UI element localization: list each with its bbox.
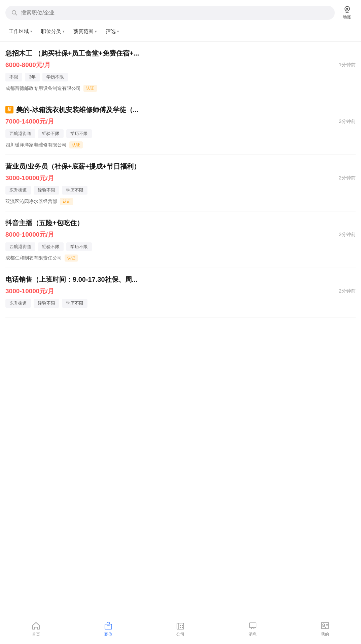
job-tag: 西航港街道 <box>5 129 35 138</box>
cert-badge: 认证 <box>69 141 83 148</box>
job-salary-row: 3000-10000元/月2分钟前 <box>5 287 356 296</box>
job-title: 电话销售（上班时间：9.00-17.30社保、周... <box>5 275 137 284</box>
nav-jobs-label: 职位 <box>104 632 112 637</box>
job-tag: 学历不限 <box>42 73 68 81</box>
filter-job-category[interactable]: 职位分类 ▾ <box>38 26 68 37</box>
search-input[interactable] <box>21 10 329 16</box>
job-company: 成都百德邮政专用设备制造有限公司 <box>5 86 81 92</box>
job-title-row: 营业员/业务员（社保+底薪+提成+节日福利） <box>5 162 356 171</box>
svg-rect-13 <box>321 622 329 629</box>
filter-job-category-label: 职位分类 <box>41 28 61 35</box>
job-time: 2分钟前 <box>339 232 356 238</box>
job-salary: 3000-10000元/月 <box>5 174 54 182</box>
map-label: 地图 <box>343 14 352 20</box>
job-salary-row: 7000-14000元/月2分钟前 <box>5 117 356 126</box>
chevron-down-icon-0: ▾ <box>30 29 32 34</box>
job-tag: 经验不限 <box>38 129 64 138</box>
job-card-1[interactable]: 急招木工 （购买社保+员工食堂+免费住宿+...6000-8000元/月1分钟前… <box>5 42 356 98</box>
new-badge: 新 <box>5 106 13 113</box>
filter-bar: 工作区域 ▾ 职位分类 ▾ 薪资范围 ▾ 筛选 ▾ <box>0 24 361 42</box>
job-title-row: 抖音主播（五险+包吃住） <box>5 218 356 228</box>
nav-item-company[interactable]: 公司 <box>170 621 190 637</box>
job-tag: 3年 <box>25 73 40 81</box>
nav-item-message[interactable]: 消息 <box>243 621 263 637</box>
job-company: 双流区沁园净水器经营部 <box>5 199 57 205</box>
job-tag: 经验不限 <box>38 242 64 251</box>
home-icon <box>32 621 40 630</box>
map-button[interactable]: 地图 <box>339 5 356 20</box>
job-salary-row: 6000-8000元/月1分钟前 <box>5 61 356 69</box>
job-salary: 6000-8000元/月 <box>5 61 50 69</box>
filter-work-area[interactable]: 工作区域 ▾ <box>5 26 36 37</box>
job-title: 急招木工 （购买社保+员工食堂+免费住宿+... <box>5 48 139 58</box>
job-salary: 3000-10000元/月 <box>5 287 54 296</box>
jobs-icon <box>104 621 113 630</box>
job-title-row: 新美的-冰箱洗衣机安装维修师傅及学徒（... <box>5 105 356 114</box>
job-card-2[interactable]: 新美的-冰箱洗衣机安装维修师傅及学徒（...7000-14000元/月2分钟前西… <box>5 98 356 155</box>
job-company-row: 成都百德邮政专用设备制造有限公司认证 <box>5 85 356 92</box>
job-tag: 学历不限 <box>66 242 92 251</box>
job-title-row: 电话销售（上班时间：9.00-17.30社保、周... <box>5 275 356 284</box>
svg-point-3 <box>346 8 348 10</box>
message-icon <box>248 621 257 630</box>
job-salary-row: 3000-10000元/月2分钟前 <box>5 174 356 182</box>
job-tag: 学历不限 <box>66 129 92 138</box>
job-time: 2分钟前 <box>339 175 356 181</box>
job-tag: 经验不限 <box>34 299 59 308</box>
chevron-down-icon-1: ▾ <box>63 29 65 34</box>
job-company: 成都仁和制衣有限责任公司 <box>5 255 62 261</box>
svg-point-14 <box>323 624 325 626</box>
cert-badge: 认证 <box>83 85 97 92</box>
cert-badge: 认证 <box>65 255 78 262</box>
nav-item-mine[interactable]: 我的 <box>315 621 335 637</box>
job-card-3[interactable]: 营业员/业务员（社保+底薪+提成+节日福利）3000-10000元/月2分钟前东… <box>5 155 356 211</box>
job-company: 四川暖洋洋家电维修有限公司 <box>5 142 67 148</box>
job-title-row: 急招木工 （购买社保+员工食堂+免费住宿+... <box>5 48 356 58</box>
job-tag: 学历不限 <box>62 299 87 308</box>
nav-item-jobs[interactable]: 职位 <box>98 621 118 637</box>
job-card-4[interactable]: 抖音主播（五险+包吃住）8000-10000元/月2分钟前西航港街道经验不限学历… <box>5 211 356 268</box>
job-title: 抖音主播（五险+包吃住） <box>5 218 83 228</box>
filter-salary-range[interactable]: 薪资范围 ▾ <box>70 26 100 37</box>
job-card-5[interactable]: 电话销售（上班时间：9.00-17.30社保、周...3000-10000元/月… <box>5 268 356 317</box>
search-bar: 地图 <box>0 0 361 24</box>
nav-message-label: 消息 <box>249 632 257 637</box>
svg-line-1 <box>15 14 17 15</box>
job-tags: 西航港街道经验不限学历不限 <box>5 129 356 138</box>
job-company-row: 双流区沁园净水器经营部认证 <box>5 198 356 205</box>
filter-screen-label: 筛选 <box>106 28 116 35</box>
job-company-row: 四川暖洋洋家电维修有限公司认证 <box>5 141 356 148</box>
job-time: 1分钟前 <box>339 62 356 68</box>
svg-rect-8 <box>180 625 181 626</box>
svg-rect-12 <box>249 623 256 628</box>
mine-icon <box>321 621 329 630</box>
job-salary: 7000-14000元/月 <box>5 117 54 126</box>
nav-company-label: 公司 <box>176 632 184 637</box>
job-tag: 经验不限 <box>34 186 59 195</box>
job-tags: 东升街道经验不限学历不限 <box>5 299 356 308</box>
svg-rect-10 <box>180 627 181 628</box>
job-tag: 学历不限 <box>62 186 87 195</box>
job-title: 营业员/业务员（社保+底薪+提成+节日福利） <box>5 162 140 171</box>
job-tags: 东升街道经验不限学历不限 <box>5 186 356 195</box>
cert-badge: 认证 <box>60 198 73 205</box>
nav-mine-label: 我的 <box>321 632 329 637</box>
search-input-wrap[interactable] <box>5 6 335 20</box>
job-time: 2分钟前 <box>339 288 356 294</box>
job-company-row: 成都仁和制衣有限责任公司认证 <box>5 255 356 262</box>
svg-rect-5 <box>107 625 110 626</box>
job-tags: 不限3年学历不限 <box>5 73 356 81</box>
filter-screen[interactable]: 筛选 ▾ <box>102 26 122 37</box>
bottom-nav: 首页 职位 公司 消息 <box>0 618 361 644</box>
job-salary-row: 8000-10000元/月2分钟前 <box>5 230 356 239</box>
job-tag: 东升街道 <box>5 186 31 195</box>
job-time: 2分钟前 <box>339 118 356 125</box>
job-list: 急招木工 （购买社保+员工食堂+免费住宿+...6000-8000元/月1分钟前… <box>0 42 361 618</box>
job-salary: 8000-10000元/月 <box>5 230 54 239</box>
chevron-down-icon-2: ▾ <box>95 29 97 34</box>
filter-salary-range-label: 薪资范围 <box>73 28 94 35</box>
job-tag: 东升街道 <box>5 299 31 308</box>
nav-item-home[interactable]: 首页 <box>26 621 46 637</box>
job-tag: 不限 <box>5 73 22 81</box>
svg-rect-9 <box>182 625 183 626</box>
